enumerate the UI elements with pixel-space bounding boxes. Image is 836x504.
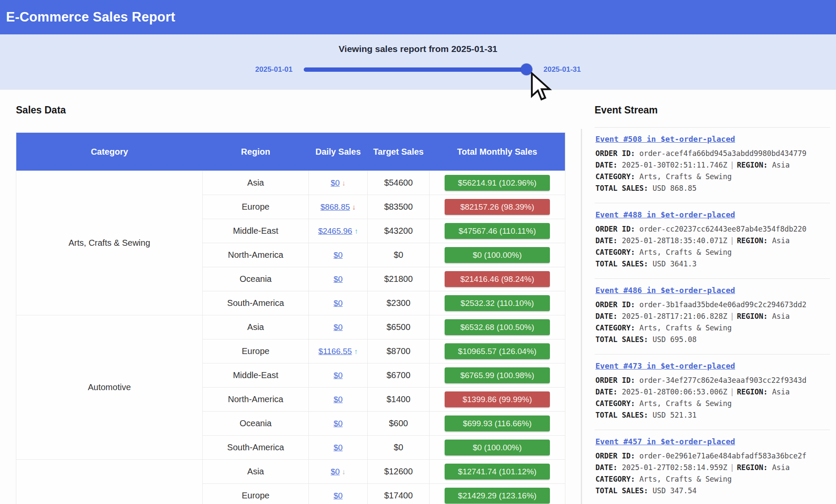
daily-sales-cell: $0 (309, 412, 368, 436)
region-label: REGION: (737, 236, 768, 245)
col-header-category: Category (16, 133, 203, 171)
total-monthly-sales-cell: $699.93 (116.66%) (430, 412, 565, 436)
region-cell: Europe (203, 484, 309, 504)
event-item: Event #508 in $et-order-placedORDER ID: … (595, 127, 830, 203)
daily-sales-cell: $0 (309, 484, 368, 504)
slider-handle[interactable] (521, 64, 532, 75)
date-label: DATE: (595, 312, 617, 321)
daily-sales-link[interactable]: $0 (333, 491, 342, 500)
pipe-separator: | (727, 463, 737, 472)
total-monthly-sales-cell: $12741.74 (101.12%) (430, 460, 565, 484)
region-cell: Europe (203, 339, 309, 363)
target-sales-cell: $43200 (368, 219, 430, 243)
date-range-slider[interactable] (304, 67, 532, 72)
event-title-link[interactable]: Event #457 in $et-order-placed (595, 437, 735, 446)
sales-table-body: Arts, Crafts & SewingAsia$0↓$54600$56214… (16, 171, 565, 504)
trend-up-icon: ↑ (354, 227, 358, 235)
total-sales-badge: $6765.99 (100.98%) (445, 367, 550, 383)
table-row: AutomotiveAsia$0$6500$6532.68 (100.50%) (16, 315, 565, 339)
region-cell: Asia (203, 315, 309, 339)
event-category-line: CATEGORY: Arts, Crafts & Sewing (595, 473, 830, 485)
daily-sales-link[interactable]: $0 (333, 443, 342, 452)
daily-sales-link[interactable]: $0 (333, 299, 342, 308)
daily-sales-link[interactable]: $0 (333, 323, 342, 332)
region-label: REGION: (737, 161, 768, 169)
date-label: DATE: (595, 236, 617, 245)
daily-sales-link[interactable]: $0 (333, 371, 342, 380)
total-sales-label: TOTAL SALES: (595, 335, 648, 344)
slider-max-label: 2025-01-31 (543, 65, 581, 74)
region-label: REGION: (737, 463, 768, 472)
event-stream-heading: Event Stream (595, 104, 658, 116)
region-cell: Middle-East (203, 219, 309, 243)
total-monthly-sales-cell: $47567.46 (110.11%) (430, 219, 565, 243)
event-title-link[interactable]: Event #473 in $et-order-placed (595, 361, 735, 370)
event-order-id-line: ORDER ID: order-3b1faad35bde4e06ad99c2c2… (595, 299, 830, 311)
daily-sales-link[interactable]: $2465.96 (318, 226, 352, 235)
app-header: E-Commerce Sales Report (0, 0, 836, 34)
daily-sales-link[interactable]: $0 (333, 395, 342, 404)
target-sales-cell: $600 (368, 412, 430, 436)
event-title-link[interactable]: Event #488 in $et-order-placed (595, 210, 735, 219)
daily-sales-link[interactable]: $0 (333, 250, 342, 260)
total-monthly-sales-cell: $21416.46 (98.24%) (430, 267, 565, 291)
total-sales-badge: $6532.68 (100.50%) (445, 319, 550, 335)
event-item: Event #473 in $et-order-placedORDER ID: … (595, 354, 830, 430)
date-label: DATE: (595, 388, 617, 396)
event-item: Event #486 in $et-order-placedORDER ID: … (595, 278, 830, 354)
event-title-link[interactable]: Event #486 in $et-order-placed (595, 286, 735, 295)
event-order-id-line: ORDER ID: order-34ef277c862e4a3eaaf903cc… (595, 375, 830, 386)
viewing-report-heading: Viewing sales report from 2025-01-31 (0, 34, 836, 54)
sales-table: Category Region Daily Sales Target Sales… (16, 132, 565, 504)
category-cell: Arts, Crafts & Sewing (16, 171, 203, 315)
event-total-sales-line: TOTAL SALES: USD 521.31 (595, 409, 830, 421)
table-row: Arts, Crafts & SewingAsia$0↓$54600$56214… (16, 171, 565, 195)
order-id-label: ORDER ID: (595, 300, 635, 309)
total-sales-badge: $1399.86 (99.99%) (445, 391, 550, 407)
daily-sales-link[interactable]: $0 (331, 178, 340, 187)
total-sales-label: TOTAL SALES: (595, 260, 648, 268)
total-monthly-sales-cell: $6765.99 (100.98%) (430, 363, 565, 388)
region-cell: South-America (203, 291, 309, 315)
region-label: REGION: (737, 312, 768, 321)
total-sales-badge: $82157.26 (98.39%) (445, 199, 550, 215)
order-id-label: ORDER ID: (595, 149, 635, 158)
pipe-separator: | (727, 312, 737, 321)
event-title-link[interactable]: Event #508 in $et-order-placed (595, 134, 735, 144)
daily-sales-cell: $0 (309, 243, 368, 267)
daily-sales-cell: $0 (309, 267, 368, 291)
order-id-label: ORDER ID: (595, 225, 635, 233)
pipe-separator: | (727, 161, 737, 169)
daily-sales-link[interactable]: $0 (331, 467, 340, 476)
target-sales-cell: $1400 (368, 388, 430, 412)
total-monthly-sales-cell: $2532.32 (110.10%) (430, 291, 565, 315)
total-sales-label: TOTAL SALES: (595, 486, 648, 495)
date-filter-bar: Viewing sales report from 2025-01-31 202… (0, 34, 836, 90)
event-date-region-line: DATE: 2025-01-30T02:51:11.746Z|REGION: A… (595, 159, 830, 171)
date-label: DATE: (595, 463, 617, 472)
target-sales-cell: $2300 (368, 291, 430, 315)
total-sales-badge: $47567.46 (110.11%) (445, 223, 550, 239)
target-sales-cell: $0 (368, 243, 430, 267)
date-label: DATE: (595, 161, 617, 169)
daily-sales-link[interactable]: $868.85 (320, 202, 350, 211)
daily-sales-cell: $0 (309, 436, 368, 460)
total-sales-label: TOTAL SALES: (595, 184, 648, 192)
daily-sales-cell: $1166.55↑ (309, 339, 368, 363)
event-total-sales-line: TOTAL SALES: USD 347.54 (595, 485, 830, 497)
panel-divider (581, 129, 582, 504)
category-label: CATEGORY: (595, 172, 635, 181)
region-cell: Asia (203, 171, 309, 195)
total-sales-badge: $2532.32 (110.10%) (445, 295, 550, 311)
region-cell: Middle-East (203, 363, 309, 388)
total-sales-badge: $12741.74 (101.12%) (445, 464, 550, 480)
category-cell (16, 460, 203, 504)
event-order-id-line: ORDER ID: order-0e2961e71a6e484abfadf583… (595, 450, 830, 462)
slider-fill (304, 67, 532, 72)
daily-sales-link[interactable]: $0 (333, 419, 342, 428)
slider-min-label: 2025-01-01 (255, 65, 293, 74)
daily-sales-link[interactable]: $1166.55 (318, 347, 352, 356)
daily-sales-cell: $0 (309, 291, 368, 315)
pipe-separator: | (727, 388, 737, 396)
daily-sales-link[interactable]: $0 (333, 275, 342, 284)
